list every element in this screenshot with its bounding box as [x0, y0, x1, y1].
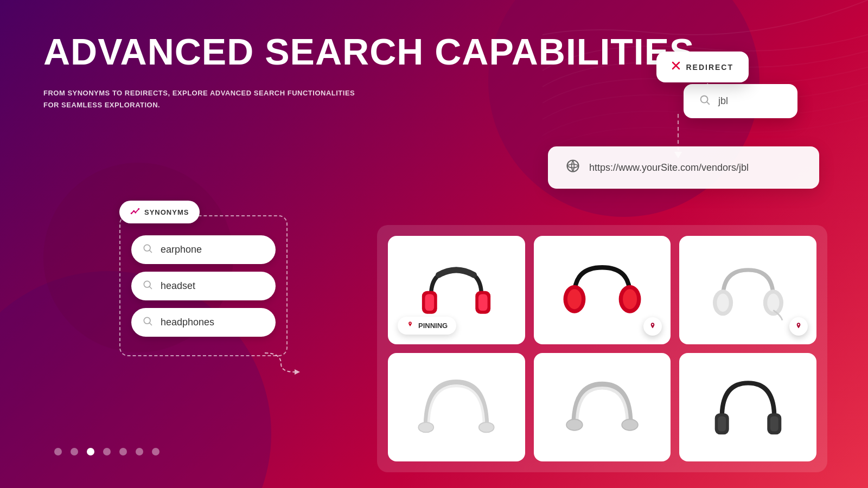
products-grid-inner: PINNING [388, 236, 816, 461]
svg-point-28 [566, 419, 583, 430]
svg-point-23 [717, 294, 729, 312]
search-input-value: jbl [718, 95, 728, 107]
redirect-label: REDIRECT [686, 63, 733, 72]
pin-badge-3[interactable] [789, 317, 808, 336]
dot-5[interactable] [119, 448, 127, 455]
svg-rect-33 [770, 416, 778, 432]
pin-icon-1 [406, 321, 414, 330]
main-container: ADVANCED SEARCH CAPABILITIES FROM SYNONY… [0, 0, 868, 488]
dot-7[interactable] [152, 448, 159, 455]
search-icon-2 [142, 279, 153, 293]
chart-icon [130, 206, 140, 218]
svg-point-2 [135, 212, 136, 214]
svg-point-25 [767, 294, 779, 312]
redirect-card[interactable]: REDIRECT [656, 52, 749, 82]
svg-rect-17 [478, 294, 488, 311]
svg-rect-15 [425, 294, 435, 311]
products-grid: PINNING [377, 225, 827, 472]
dot-3-active[interactable] [87, 448, 94, 455]
search-input-card[interactable]: jbl [684, 84, 797, 118]
synonyms-dashed-box: earphone headset headpho [119, 215, 288, 356]
svg-point-3 [138, 208, 139, 210]
synonym-earphone: earphone [161, 244, 202, 255]
search-item-headset[interactable]: headset [131, 272, 276, 300]
dot-1[interactable] [54, 448, 62, 455]
synonym-headphones: headphones [161, 317, 214, 328]
svg-point-19 [567, 289, 582, 309]
product-card-3[interactable] [679, 236, 816, 344]
svg-point-1 [133, 210, 135, 212]
headphone-image-5 [561, 372, 643, 442]
synonyms-label: SYNONYMS [144, 208, 189, 216]
globe-icon [565, 158, 580, 177]
dot-4[interactable] [103, 448, 111, 455]
product-card-1[interactable]: PINNING [388, 236, 525, 344]
headphone-image-4 [416, 372, 497, 442]
dot-6[interactable] [136, 448, 143, 455]
search-item-earphone[interactable]: earphone [131, 235, 276, 264]
url-card[interactable]: https://www.yourSite.com/vendors/jbl [548, 146, 819, 189]
url-text: https://www.yourSite.com/vendors/jbl [589, 162, 749, 174]
svg-point-13 [567, 160, 579, 172]
product-card-2[interactable] [534, 236, 671, 344]
search-icon-3 [142, 316, 153, 329]
svg-point-26 [419, 422, 434, 433]
svg-point-21 [623, 289, 637, 309]
search-icon-1 [142, 243, 153, 256]
synonyms-container: SYNONYMS earphone he [119, 201, 288, 356]
svg-point-29 [622, 419, 638, 430]
dot-2[interactable] [71, 448, 78, 455]
product-card-5[interactable] [534, 353, 671, 461]
headphone-image-1 [416, 255, 497, 325]
pagination-dots [54, 448, 159, 455]
headphone-image-3 [707, 255, 789, 325]
synonym-headset: headset [161, 280, 195, 292]
pin-badge-2[interactable] [643, 317, 662, 336]
product-card-4[interactable] [388, 353, 525, 461]
svg-rect-31 [718, 416, 726, 432]
synonyms-badge[interactable]: SYNONYMS [119, 201, 200, 223]
svg-marker-7 [295, 369, 300, 375]
product-card-6[interactable] [679, 353, 816, 461]
search-input-icon [699, 94, 711, 108]
pinning-badge[interactable]: PINNING [398, 317, 456, 335]
redirect-x-icon [672, 61, 680, 73]
search-item-headphones[interactable]: headphones [131, 308, 276, 337]
pinning-label: PINNING [418, 322, 448, 330]
headphone-image-6 [707, 372, 789, 442]
headphone-image-2 [561, 255, 643, 325]
svg-point-27 [479, 422, 494, 433]
svg-point-0 [131, 213, 132, 214]
